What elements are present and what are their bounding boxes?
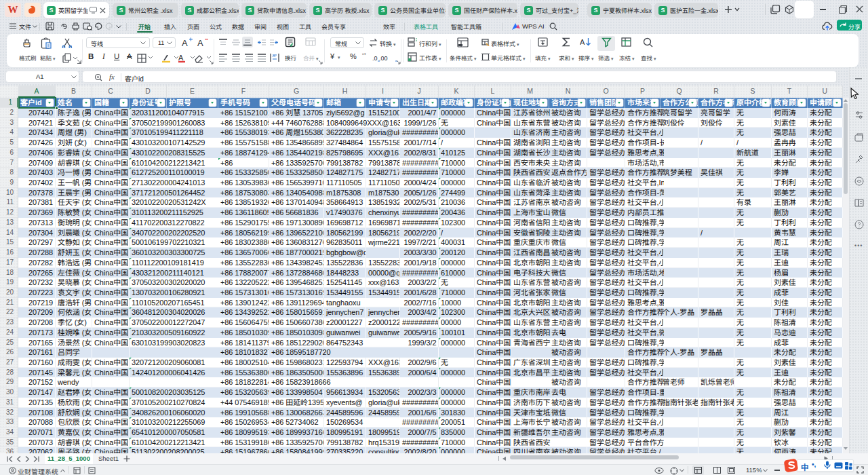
svg-text:A: A <box>580 38 585 46</box>
svg-text:A: A <box>178 54 184 62</box>
svg-text:.0 .00: .0 .00 <box>372 55 388 62</box>
svg-text:A: A <box>197 38 203 48</box>
svg-text:A: A <box>182 38 188 48</box>
